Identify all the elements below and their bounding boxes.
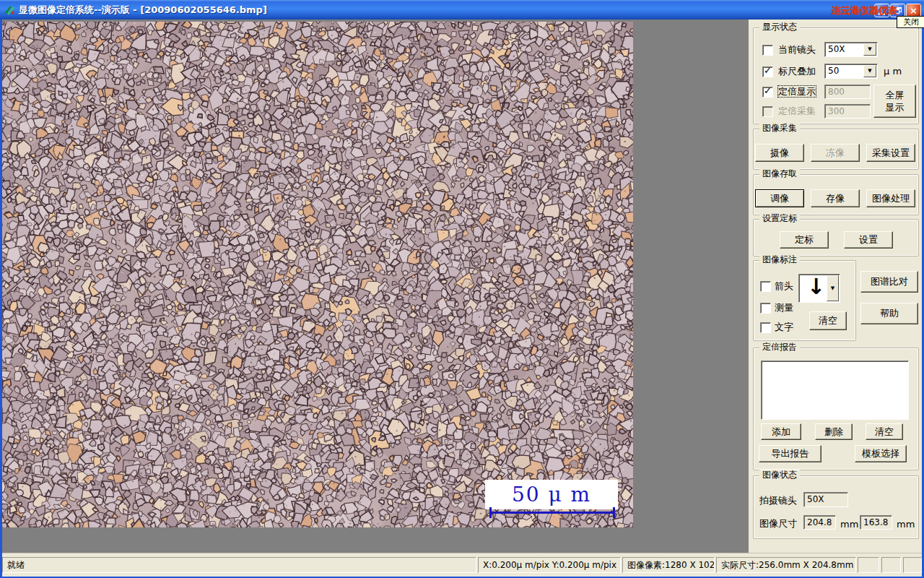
current-lens-combo[interactable]: 50X ▼ (824, 42, 878, 57)
group-calibration-title: 设置定标 (759, 213, 800, 224)
group-report-title: 定倍报告 (759, 342, 800, 353)
close-tooltip: 关闭 (897, 16, 924, 28)
ruler-value: 50 (828, 66, 839, 76)
save-image-button[interactable]: 存像 (811, 189, 860, 207)
group-image-storage: 图像存取 调像 存像 图像处理 (753, 174, 919, 215)
help-button[interactable]: 帮助 (860, 303, 918, 324)
scale-bar-tick-left (489, 507, 492, 518)
image-size-label: 图像尺寸 (759, 518, 797, 529)
calibrate-button[interactable]: 定标 (780, 231, 829, 249)
text-checkbox-label: 文字 (775, 322, 793, 332)
dropdown-arrow-icon: ▼ (831, 286, 834, 291)
check-icon: ✓ (764, 85, 772, 96)
measure-checkbox[interactable] (760, 303, 771, 314)
group-image-capture: 图像采集 摄像 冻像 采集设置 (753, 129, 919, 170)
annotation-clear-button[interactable]: 清空 (809, 311, 847, 330)
shoot-button[interactable]: 摄像 (755, 144, 804, 162)
lens-value-field: 50X (803, 492, 848, 507)
fullscreen-button-label-2: 显示 (886, 102, 905, 113)
report-listbox[interactable] (761, 361, 909, 420)
current-lens-checkbox[interactable] (762, 45, 773, 56)
ruler-dropdown-button[interactable]: ▼ (863, 65, 876, 77)
group-display-status: 显示状态 当前镜头 50X ▼ ✓ 标尺叠加 50 ▼ μ m ✓ 定倍显示 8… (753, 27, 919, 124)
vendor-watermark: 连云港仪器仪表 (832, 4, 897, 17)
arrow-checkbox[interactable] (760, 281, 771, 292)
fullscreen-button-label-1: 全屏 (886, 90, 905, 100)
fullscreen-button[interactable]: 全屏 显示 (873, 85, 916, 118)
report-delete-button[interactable]: 删除 (815, 423, 853, 440)
image-width-unit: mm (840, 519, 858, 530)
group-display-status-title: 显示状态 (759, 22, 800, 33)
fixed-capture-field: 300 (824, 104, 871, 118)
status-empty-3 (903, 557, 922, 573)
app-window: { "window": { "title": "显微图像定倍系统--演示版 - … (0, 0, 924, 578)
status-ready: 就绪 (2, 557, 476, 573)
scale-bar-line (489, 512, 615, 514)
group-image-status-title: 图像状态 (759, 470, 800, 480)
capture-settings-button[interactable]: 采集设置 (866, 144, 915, 162)
arrow-checkbox-label: 箭头 (775, 280, 793, 291)
report-add-button[interactable]: 添加 (761, 423, 801, 440)
current-lens-label: 当前镜头 (778, 44, 816, 55)
measure-checkbox-label: 测量 (775, 302, 793, 313)
atlas-compare-button[interactable]: 图谱比对 (860, 271, 918, 293)
export-report-button[interactable]: 导出报告 (759, 445, 821, 462)
window-title: 显微图像定倍系统--演示版 - [20090602055646.bmp] (19, 4, 267, 17)
image-viewport: 50 μ m (2, 22, 633, 527)
fixed-display-label: 定倍显示 (778, 86, 816, 97)
current-lens-value: 50X (828, 44, 845, 54)
group-annotation: 图像标注 箭头 测量 文字 ↓ ▼ 清空 (753, 260, 856, 341)
group-image-capture-title: 图像采集 (759, 123, 800, 134)
app-icon (4, 4, 15, 16)
image-height-unit: mm (897, 519, 915, 530)
dropdown-arrow-icon: ▼ (868, 47, 871, 52)
status-bar: 就绪 X:0.200μ m/pix Y:0.200μ m/pix 图像像素:12… (2, 553, 922, 577)
title-bar[interactable]: 显微图像定倍系统--演示版 - [20090602055646.bmp] (0, 0, 924, 20)
ruler-value-combo[interactable]: 50 ▼ (824, 64, 878, 79)
scale-bar-tick-right (613, 507, 615, 518)
ruler-overlay-checkbox[interactable]: ✓ (762, 66, 773, 77)
image-height-field: 163.8 (860, 515, 892, 530)
status-actual-size: 实际尺寸:256.0mm X 204.8mm (716, 557, 856, 573)
arrow-style-combo[interactable]: ↓ ▼ (798, 274, 840, 303)
group-image-status: 图像状态 拍摄镜头 50X 图像尺寸 204.8 mm 163.8 mm (753, 475, 919, 539)
fixed-capture-checkbox (762, 106, 773, 117)
calibration-settings-button[interactable]: 设置 (844, 231, 893, 249)
template-select-button[interactable]: 模板选择 (855, 445, 907, 462)
scale-bar-label: 50 μ m (512, 483, 591, 506)
group-calibration: 设置定标 定标 设置 (753, 219, 919, 256)
image-width-field: 204.8 (803, 515, 836, 530)
arrow-style-dropdown-button[interactable]: ▼ (827, 275, 839, 301)
control-panel: 显示状态 当前镜头 50X ▼ ✓ 标尺叠加 50 ▼ μ m ✓ 定倍显示 8… (749, 20, 922, 553)
lens-label: 拍摄镜头 (759, 495, 797, 506)
current-lens-dropdown-button[interactable]: ▼ (863, 43, 876, 56)
dropdown-arrow-icon: ▼ (868, 69, 871, 74)
load-image-button[interactable]: 调像 (755, 189, 804, 207)
micrograph-image[interactable] (2, 22, 633, 527)
status-image-pixels: 图像像素:1280 X 1024 (622, 557, 715, 573)
status-empty-2 (881, 557, 901, 573)
group-report: 定倍报告 添加 删除 清空 导出报告 模板选择 (753, 348, 919, 470)
scale-bar-box: 50 μ m (485, 480, 618, 509)
report-clear-button[interactable]: 清空 (866, 423, 903, 440)
text-checkbox[interactable] (760, 322, 771, 333)
status-pixel-scale: X:0.200μ m/pix Y:0.200μ m/pix (478, 557, 621, 573)
fixed-display-checkbox[interactable]: ✓ (762, 87, 773, 98)
fixed-display-field: 800 (824, 85, 871, 99)
image-process-button[interactable]: 图像处理 (866, 189, 915, 207)
check-icon: ✓ (764, 65, 772, 76)
group-annotation-title: 图像标注 (759, 254, 800, 265)
status-empty-1 (858, 557, 879, 573)
ruler-overlay-label: 标尺叠加 (778, 66, 816, 77)
fixed-capture-label: 定倍采集 (778, 105, 816, 116)
down-arrow-icon: ↓ (807, 276, 825, 298)
freeze-button: 冻像 (811, 144, 860, 162)
ruler-unit-label: μ m (884, 66, 902, 77)
close-icon: × (910, 6, 918, 15)
group-image-storage-title: 图像存取 (759, 168, 800, 179)
